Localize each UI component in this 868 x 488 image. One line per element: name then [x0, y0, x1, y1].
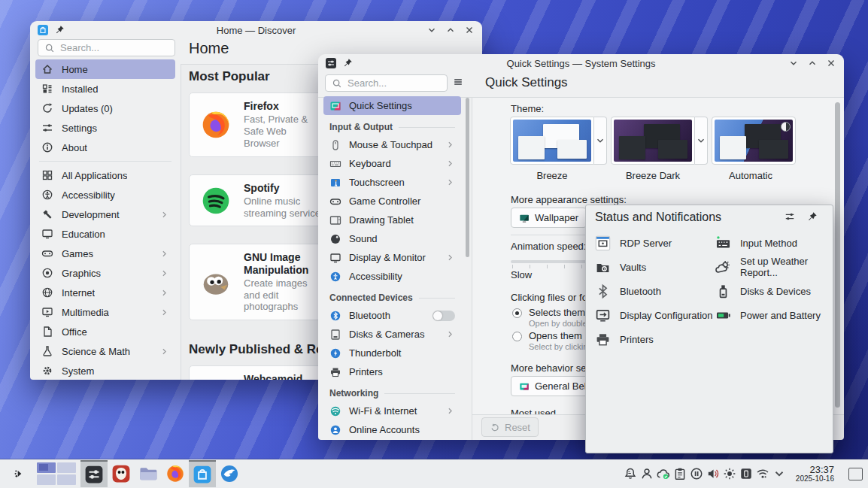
sidebar-item-keyboard[interactable]: Keyboard	[323, 154, 461, 173]
falkon-browser-icon	[220, 464, 239, 483]
pager-desktop-2[interactable]	[57, 462, 76, 473]
night-color-icon[interactable]	[721, 464, 738, 483]
digital-clock[interactable]: 23:37 2025-10-16	[796, 465, 834, 483]
configure-icon[interactable]	[785, 211, 798, 225]
reset-button[interactable]: Reset	[481, 417, 539, 437]
theme-option-breeze-dark[interactable]	[611, 117, 708, 165]
popup-item-display-configuration[interactable]: Display Configuration	[595, 305, 713, 325]
notifications-icon[interactable]	[622, 464, 639, 483]
bluetooth-toggle[interactable]	[432, 311, 455, 321]
popup-item-label: Display Configuration	[620, 310, 713, 321]
task-red-ghost-app[interactable]	[108, 460, 135, 487]
sidebar-item-accessibility[interactable]: Accessibility	[323, 267, 461, 286]
sidebar-item-game-controller[interactable]: Game Controller	[323, 192, 461, 211]
pager-desktop-1[interactable]	[37, 462, 56, 473]
popup-item-disks-devices[interactable]: Disks & Devices	[715, 281, 811, 301]
radio-selects-label[interactable]: Selects them	[529, 307, 585, 318]
virtual-desktop-pager[interactable]	[37, 462, 76, 485]
wallpaper-button[interactable]: Wallpaper	[511, 208, 587, 228]
audio-volume-icon[interactable]	[705, 464, 721, 483]
chevron-right-icon	[159, 210, 169, 220]
sidebar-item-about[interactable]: About	[35, 138, 175, 157]
sidebar-item-accessibility[interactable]: Accessibility	[35, 185, 175, 205]
main-scrollbar[interactable]	[835, 102, 840, 408]
printers-icon	[595, 332, 611, 347]
sidebar-item-display-monitor[interactable]: Display & Monitor	[323, 248, 461, 267]
maximize-icon[interactable]	[806, 57, 818, 69]
sidebar-item-mouse-touchpad[interactable]: Mouse & Touchpad	[323, 135, 461, 154]
show-desktop-button[interactable]	[848, 468, 863, 480]
sidebar-item-graphics[interactable]: Graphics	[35, 263, 175, 283]
radio-opens-label[interactable]: Opens them	[529, 330, 582, 341]
sidebar-item-games[interactable]: Games	[35, 244, 175, 263]
display-icon	[329, 252, 341, 264]
sidebar-item-internet[interactable]: Internet	[35, 283, 175, 302]
kde-connect-icon[interactable]	[738, 464, 754, 483]
popup-item-rdp-server[interactable]: RDP Server	[595, 233, 672, 253]
sidebar-item-system[interactable]: System	[35, 361, 175, 380]
sidebar-item-sound[interactable]: Sound	[323, 229, 461, 248]
radio-selects-them[interactable]	[512, 308, 522, 318]
pager-desktop-4[interactable]	[57, 474, 76, 485]
expand-tray-icon[interactable]	[771, 464, 788, 483]
task-falkon-browser[interactable]	[216, 460, 243, 487]
sidebar-item-printers[interactable]: Printers	[323, 362, 461, 381]
popup-item-set-up-weather-report[interactable]: Set up Weather Report...	[715, 257, 833, 277]
application-launcher-button[interactable]	[5, 460, 32, 487]
popup-item-printers[interactable]: Printers	[595, 329, 654, 349]
sidebar-item-wi-fi-internet[interactable]: Wi-Fi & Internet	[323, 402, 461, 420]
settings-search-input[interactable]: Search...	[325, 74, 448, 92]
document-icon	[41, 326, 53, 338]
pager-desktop-3[interactable]	[37, 474, 56, 485]
task-dolphin-file-manager[interactable]	[135, 460, 162, 487]
input-method-icon	[715, 235, 731, 251]
clipboard-icon[interactable]	[672, 464, 688, 483]
sidebar-item-all-applications[interactable]: All Applications	[35, 165, 175, 185]
sidebar-item-science-math[interactable]: Science & Math	[35, 341, 175, 361]
radio-opens-them[interactable]	[512, 332, 522, 341]
sidebar-item-development[interactable]: Development	[35, 205, 175, 224]
minimize-icon[interactable]	[788, 57, 800, 69]
pin-icon[interactable]	[807, 211, 821, 225]
popup-item-input-method[interactable]: Input Method	[715, 233, 797, 253]
sidebar-item-updates-0[interactable]: Updates (0)	[35, 99, 175, 118]
sidebar-item-label: Disks & Cameras	[349, 329, 424, 340]
close-icon[interactable]	[463, 24, 475, 36]
sidebar-item-home[interactable]: Home	[35, 59, 175, 79]
popup-item-bluetooth[interactable]: Bluetooth	[595, 281, 661, 301]
minimize-icon[interactable]	[426, 24, 438, 36]
task-firefox[interactable]	[162, 460, 189, 487]
sidebar-item-bluetooth[interactable]: Bluetooth	[323, 306, 461, 325]
network-wifi-icon[interactable]	[754, 464, 771, 483]
sidebar-item-disks-cameras[interactable]: Disks & Cameras	[323, 325, 461, 344]
user-switcher-icon[interactable]	[639, 464, 655, 483]
sidebar-scrollbar[interactable]	[466, 98, 469, 257]
cloud-sync-icon[interactable]	[655, 464, 672, 483]
chevdown-icon	[696, 135, 706, 146]
discover-search-input[interactable]: Search...	[38, 39, 175, 56]
wallic-icon	[519, 213, 530, 223]
media-player-icon[interactable]	[688, 464, 705, 483]
popup-item-vaults[interactable]: Vaults	[595, 257, 646, 277]
sidebar-item-online-accounts[interactable]: Online Accounts	[323, 420, 461, 439]
theme-option-breeze[interactable]	[510, 117, 607, 165]
theme-breeze-dark-dropdown[interactable]	[695, 117, 708, 165]
popup-item-power-and-battery[interactable]: Power and Battery	[715, 305, 821, 325]
sidebar-item-installed[interactable]: Installed	[35, 79, 175, 99]
close-icon[interactable]	[825, 57, 837, 69]
sidebar-item-education[interactable]: Education	[35, 224, 175, 244]
sidebar-item-touchscreen[interactable]: Touchscreen	[323, 173, 461, 192]
sidebar-item-thunderbolt[interactable]: Thunderbolt	[323, 344, 461, 362]
sidebar-item-multimedia[interactable]: Multimedia	[35, 302, 175, 322]
hamburger-menu-icon[interactable]	[453, 77, 466, 90]
sidebar-item-settings[interactable]: Settings	[35, 118, 175, 138]
theme-option-automatic[interactable]	[712, 117, 796, 165]
task-system-settings[interactable]	[80, 460, 108, 487]
info-icon	[41, 141, 53, 153]
maximize-icon[interactable]	[445, 24, 457, 36]
theme-breeze-dropdown[interactable]	[594, 117, 607, 165]
sidebar-item-office[interactable]: Office	[35, 322, 175, 341]
sidebar-item-drawing-tablet[interactable]: Drawing Tablet	[323, 211, 461, 229]
sidebar-item-quick-settings[interactable]: Quick Settings	[323, 96, 461, 115]
task-discover[interactable]	[189, 460, 216, 487]
